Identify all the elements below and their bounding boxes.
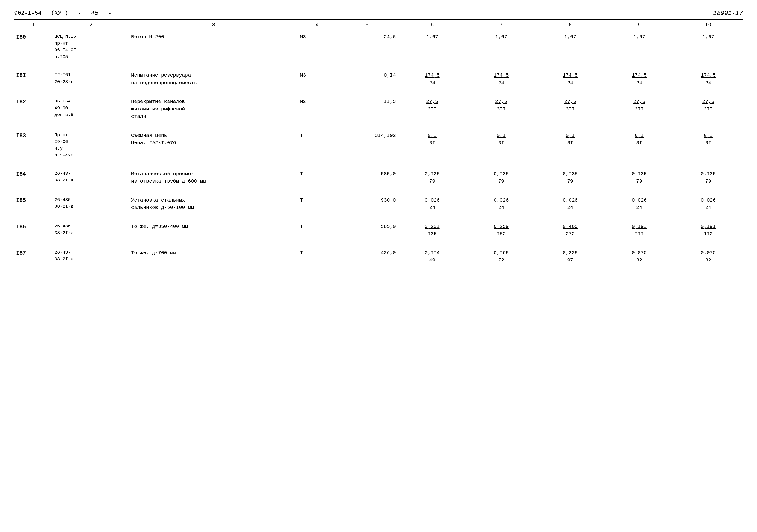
table-row: I80ЦСЦ п.I5 пр-нт 06-I4-0I п.I05Бетон М-… <box>14 30 743 63</box>
col-header-1: I <box>14 19 53 30</box>
row-col8: 1,67 <box>535 30 605 63</box>
row-quantity: II,3 <box>336 95 398 123</box>
row-quantity: 3I4,I92 <box>336 129 398 162</box>
row-col10: 27,53II <box>674 95 743 123</box>
row-quantity: 930,0 <box>336 194 398 214</box>
row-col7: 0,I3I <box>467 129 536 162</box>
row-col8: 0,I3I <box>535 129 605 162</box>
col-header-7: 7 <box>467 19 536 30</box>
row-description: Перекрытие каналов щитами из рифленой ст… <box>129 95 298 123</box>
row-col7: 0,02624 <box>467 194 536 214</box>
row-ref: 26-435 38-2I-д <box>53 194 129 214</box>
row-col10: 0,I3579 <box>674 167 743 188</box>
row-quantity: 585,0 <box>336 220 398 240</box>
column-header-row: I 2 3 4 5 6 7 8 9 IO <box>14 19 743 30</box>
row-col8: 0,I3579 <box>535 167 605 188</box>
row-col10: 0,I9III2 <box>674 220 743 240</box>
main-table: I 2 3 4 5 6 7 8 9 IO I80ЦСЦ п.I5 пр-нт 0… <box>14 19 743 267</box>
col-header-2: 2 <box>53 19 129 30</box>
spacer-row <box>14 240 743 246</box>
row-description: Испытание резервуара на водонепроницаемо… <box>129 69 298 89</box>
col-header-4: 4 <box>298 19 337 30</box>
row-col8: 0,465272 <box>535 220 605 240</box>
row-col9: 0,I3I <box>605 129 674 162</box>
row-col9: 0,07532 <box>605 246 674 267</box>
row-id: I87 <box>14 246 53 267</box>
row-id: I86 <box>14 220 53 240</box>
table-row: I8626-436 38-2I-еТо же, Д=350-400 ммТ585… <box>14 220 743 240</box>
col-header-5: 5 <box>336 19 398 30</box>
row-id: I82 <box>14 95 53 123</box>
row-quantity: 426,0 <box>336 246 398 267</box>
spacer-row <box>14 123 743 129</box>
row-unit: Т <box>298 129 337 162</box>
row-col7: 1,67 <box>467 30 536 63</box>
row-col10: 174,524 <box>674 69 743 89</box>
header: 902-I-54 (ХУП) - 45 - 18991-17 <box>14 10 743 17</box>
spacer-row <box>14 89 743 95</box>
row-col7: 0,259I52 <box>467 220 536 240</box>
row-unit: Т <box>298 167 337 188</box>
row-col6: 174,524 <box>398 69 467 89</box>
row-id: I85 <box>14 194 53 214</box>
row-description: Металлический приямок из отрезка трубы д… <box>129 167 298 188</box>
row-col10: 0,07532 <box>674 246 743 267</box>
table-row: I8526-435 38-2I-дУстановка стальных саль… <box>14 194 743 214</box>
row-col10: 0,I3I <box>674 129 743 162</box>
row-ref: Пр-нт I9-06 ч.у п.5-428 <box>53 129 129 162</box>
header-dash2: - <box>108 10 111 16</box>
row-ref: ЦСЦ п.I5 пр-нт 06-I4-0I п.I05 <box>53 30 129 63</box>
row-description: То же, д-700 мм <box>129 246 298 267</box>
row-col8: 174,524 <box>535 69 605 89</box>
col-header-6: 6 <box>398 19 467 30</box>
doc-type: (ХУП) <box>51 10 68 16</box>
row-col8: 27,53II <box>535 95 605 123</box>
row-ref: 26-437 38-2I-к <box>53 167 129 188</box>
row-col7: 0,I3579 <box>467 167 536 188</box>
row-id: I83 <box>14 129 53 162</box>
table-row: I8236-654 49-90 доп.в.5Перекрытие канало… <box>14 95 743 123</box>
col-header-8: 8 <box>535 19 605 30</box>
row-col10: 1,67 <box>674 30 743 63</box>
spacer-row <box>14 188 743 194</box>
header-dash1: - <box>77 10 81 16</box>
row-col7: 0,I6872 <box>467 246 536 267</box>
spacer-row <box>14 214 743 220</box>
row-quantity: 24,6 <box>336 30 398 63</box>
row-col7: 174,524 <box>467 69 536 89</box>
row-unit: Т <box>298 220 337 240</box>
row-description: То же, Д=350-400 мм <box>129 220 298 240</box>
row-quantity: 585,0 <box>336 167 398 188</box>
row-id: I84 <box>14 167 53 188</box>
row-ref: I2-I6I 20-28-г <box>53 69 129 89</box>
row-id: I80 <box>14 30 53 63</box>
table-row: I8II2-I6I 20-28-гИспытание резервуара на… <box>14 69 743 89</box>
col-header-9: 9 <box>605 19 674 30</box>
row-description: Съемная цепь Цена: 292хI,076 <box>129 129 298 162</box>
spacer-row <box>14 63 743 69</box>
row-ref: 36-654 49-90 доп.в.5 <box>53 95 129 123</box>
row-unit: Т <box>298 194 337 214</box>
row-col9: 0,I9IIII <box>605 220 674 240</box>
row-quantity: 0,I4 <box>336 69 398 89</box>
row-col6: 1,67 <box>398 30 467 63</box>
row-unit: МЗ <box>298 69 337 89</box>
row-col6: 0,I3I <box>398 129 467 162</box>
header-right: 18991-17 <box>713 10 743 17</box>
row-col8: 0,22897 <box>535 246 605 267</box>
row-col9: 0,I3579 <box>605 167 674 188</box>
row-col7: 27,53II <box>467 95 536 123</box>
row-unit: МЗ <box>298 30 337 63</box>
header-number: 45 <box>91 10 99 17</box>
doc-id: 902-I-54 <box>14 10 42 16</box>
row-unit: Т <box>298 246 337 267</box>
row-col9: 27,53II <box>605 95 674 123</box>
table-row: I83Пр-нт I9-06 ч.у п.5-428Съемная цепь Ц… <box>14 129 743 162</box>
row-col10: 0,02624 <box>674 194 743 214</box>
col-header-3: 3 <box>129 19 298 30</box>
spacer-row <box>14 162 743 167</box>
table-row: I8426-437 38-2I-кМеталлический приямок и… <box>14 167 743 188</box>
row-col6: 27,53II <box>398 95 467 123</box>
row-col9: 1,67 <box>605 30 674 63</box>
row-description: Установка стальных сальников д-50-I00 мм <box>129 194 298 214</box>
